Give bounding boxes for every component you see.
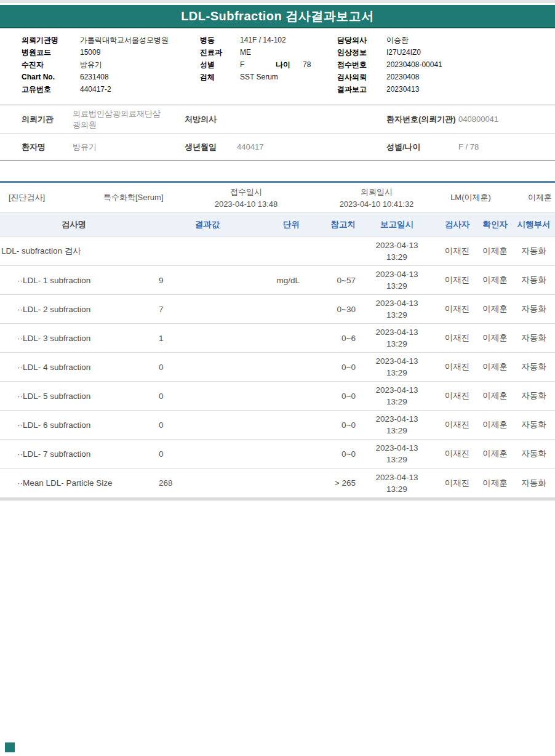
cell-verifier: 이제훈	[477, 361, 513, 372]
info-value: 141F / 14-102	[240, 34, 286, 46]
cell-verifier: 이제훈	[477, 390, 513, 401]
results-table: 검사명 결과값 단위 참고치 보고일시 검사자 확인자 시행부서 LDL- su…	[0, 213, 555, 497]
age-value: 78	[303, 58, 311, 71]
top-strip	[0, 0, 555, 3]
cell-ref-range: 0~30	[301, 305, 357, 314]
table-row: ··LDL- 2 subfraction 7 0~30 2023-04-1313…	[0, 295, 555, 324]
patient-info-table: 의뢰기관 의료법인삼광의료재단삼광의원 처방의사 환자번호(의뢰기관) 0408…	[0, 105, 555, 161]
field-value: 040800041	[458, 115, 555, 124]
field-label: 처방의사	[185, 114, 237, 125]
cell-verifier: 이제훈	[477, 448, 513, 459]
cell-test-name: LDL- subfraction 검사	[0, 246, 148, 257]
col-header-test-name: 검사명	[0, 219, 148, 230]
table-row: LDL- subfraction 검사 2023-04-1313:29 이재진 …	[0, 237, 555, 266]
info-label: 임상정보	[337, 46, 386, 58]
info-row: 성별 F 나이 78	[200, 58, 311, 71]
cell-result: 9	[148, 276, 222, 285]
cell-tester: 이재진	[437, 304, 477, 315]
info-row: 고유번호 440417-2	[22, 83, 169, 95]
info-value: 이승환	[386, 34, 409, 46]
cell-department: 자동화	[513, 390, 555, 401]
page-corner-mark	[5, 742, 15, 752]
info-value: 20230413	[386, 83, 419, 95]
results-meta-row: [진단검사] 특수화학[Serum] 접수일시 2023-04-10 13:48…	[0, 183, 555, 213]
cell-verifier: 이제훈	[477, 246, 513, 257]
cell-ref-range: 0~0	[301, 449, 357, 459]
cell-tester: 이재진	[437, 332, 477, 344]
cell-verifier: 이제훈	[477, 275, 513, 286]
field-label: 생년월일	[185, 142, 237, 153]
cell-result: 1	[148, 334, 222, 343]
cell-ref-range: 0~57	[301, 276, 357, 285]
meta-requested-datetime: 의뢰일시 2023-04-10 10:41:32	[325, 186, 428, 211]
field-value: 440417	[237, 142, 386, 151]
col-header-ref-range: 참고치	[301, 219, 357, 230]
info-value: 440417-2	[80, 83, 111, 95]
info-label: 검체	[200, 71, 240, 83]
patient-row: 환자명 방유기 생년월일 440417 성별/나이 F / 78	[0, 134, 555, 160]
table-row: ··LDL- 1 subfraction 9 mg/dL 0~57 2023-0…	[0, 266, 555, 295]
cell-report-datetime: 2023-04-1313:29	[357, 295, 437, 323]
info-row: 임상정보 I27U24IZ0	[337, 46, 442, 58]
cell-tester: 이재진	[437, 275, 477, 286]
cell-result: 0	[148, 420, 222, 430]
report-title-bar: LDL-Subfraction 검사결과보고서	[0, 5, 555, 28]
age-label: 나이	[276, 58, 303, 71]
col-header-result: 결과값	[148, 219, 222, 230]
cell-tester: 이재진	[437, 419, 477, 430]
col-header-unit: 단위	[222, 219, 301, 230]
cell-test-name: ··LDL- 7 subfraction	[0, 449, 148, 459]
cell-test-name: ··LDL- 2 subfraction	[0, 305, 148, 314]
field-label: 환자명	[0, 142, 73, 153]
cell-result: 0	[148, 363, 222, 372]
table-row: ··LDL- 3 subfraction 1 0~6 2023-04-1313:…	[0, 324, 555, 353]
info-row: 담당의사 이승환	[337, 34, 442, 46]
cell-report-datetime: 2023-04-1313:29	[357, 468, 437, 497]
info-label: 성별	[200, 58, 240, 71]
info-row: 병원코드 15009	[22, 46, 169, 58]
cell-ref-range: 0~6	[301, 334, 357, 343]
cell-unit: mg/dL	[222, 276, 301, 285]
info-label: 수진자	[22, 58, 80, 71]
table-bottom-bar	[0, 497, 555, 501]
info-row: 수진자 방유기	[22, 58, 169, 71]
cell-test-name: ··LDL- 6 subfraction	[0, 420, 148, 430]
cell-ref-range: > 265	[301, 478, 357, 488]
cell-verifier: 이제훈	[477, 304, 513, 315]
table-row: ··LDL- 4 subfraction 0 0~0 2023-04-1313:…	[0, 353, 555, 382]
info-label: Chart No.	[22, 71, 80, 83]
field-value: 의료법인삼광의료재단삼광의원	[73, 108, 185, 131]
col-header-verifier: 확인자	[477, 219, 513, 230]
table-row: ··LDL- 5 subfraction 0 0~0 2023-04-1313:…	[0, 382, 555, 411]
cell-department: 자동화	[513, 478, 555, 489]
meta-received-value: 2023-04-10 13:48	[203, 198, 289, 211]
cell-test-name: ··LDL- 1 subfraction	[0, 276, 148, 285]
cell-result: 0	[148, 392, 222, 401]
cell-report-datetime: 2023-04-1313:29	[357, 440, 437, 468]
info-label: 접수번호	[337, 58, 386, 71]
table-row: ··LDL- 7 subfraction 0 0~0 2023-04-1313:…	[0, 440, 555, 468]
col-header-tester: 검사자	[437, 219, 477, 230]
cell-department: 자동화	[513, 332, 555, 344]
field-value: 방유기	[73, 142, 185, 153]
info-value: 20230408-00041	[386, 58, 442, 71]
meta-lab-manager: LM(이제훈)	[440, 192, 501, 203]
cell-tester: 이재진	[437, 390, 477, 401]
cell-verifier: 이제훈	[477, 478, 513, 489]
info-value: 방유기	[80, 58, 102, 71]
info-row: Chart No. 6231408	[22, 71, 169, 83]
cell-result: 268	[148, 478, 222, 488]
info-label: 검사의뢰	[337, 71, 386, 83]
table-row: ··Mean LDL- Particle Size 268 > 265 2023…	[0, 468, 555, 497]
field-label: 의뢰기관	[0, 114, 73, 125]
cell-verifier: 이제훈	[477, 419, 513, 430]
field-label: 환자번호(의뢰기관)	[386, 114, 458, 125]
info-value: I27U24IZ0	[386, 46, 421, 58]
cell-report-datetime: 2023-04-1313:29	[357, 237, 437, 265]
cell-department: 자동화	[513, 419, 555, 430]
cell-tester: 이재진	[437, 361, 477, 372]
info-row: 결과보고 20230413	[337, 83, 442, 95]
meta-pathologist: 이제훈	[515, 192, 552, 203]
field-label: 성별/나이	[386, 142, 458, 153]
cell-test-name: ··Mean LDL- Particle Size	[0, 478, 148, 488]
